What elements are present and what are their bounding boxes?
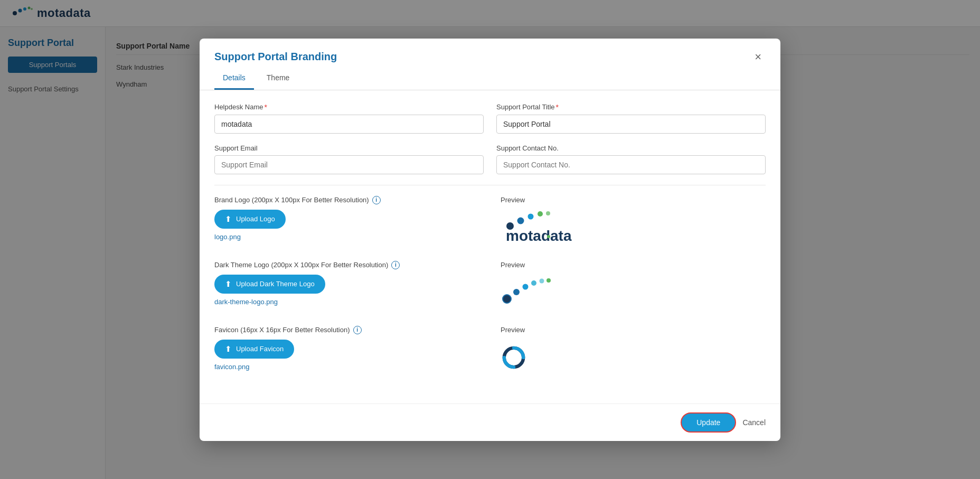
svg-point-13 bbox=[513, 289, 520, 295]
svg-point-8 bbox=[538, 211, 543, 217]
modal-tabs: Details Theme bbox=[200, 67, 780, 90]
form-row-2: Support Email Support Contact No. bbox=[214, 144, 766, 174]
modal-header: Support Portal Branding × bbox=[200, 39, 780, 65]
support-email-label: Support Email bbox=[214, 144, 484, 152]
dark-logo-info-icon: i bbox=[391, 261, 400, 269]
brand-logo-info-icon: i bbox=[372, 196, 381, 204]
modal-body: Helpdesk Name * Support Portal Title * S… bbox=[200, 103, 780, 403]
modal-footer: Update Cancel bbox=[200, 403, 780, 441]
favicon-left: Favicon (16px X 16px For Better Resoluti… bbox=[214, 326, 479, 376]
dark-logo-filename[interactable]: dark-theme-logo.png bbox=[214, 298, 479, 306]
favicon-filename[interactable]: favicon.png bbox=[214, 363, 479, 371]
form-row-1: Helpdesk Name * Support Portal Title * bbox=[214, 103, 766, 134]
support-contact-label: Support Contact No. bbox=[496, 144, 766, 152]
svg-point-11 bbox=[547, 235, 550, 238]
cancel-button[interactable]: Cancel bbox=[742, 418, 766, 427]
portal-title-label: Support Portal Title * bbox=[496, 103, 766, 111]
svg-point-15 bbox=[531, 280, 536, 286]
modal-close-button[interactable]: × bbox=[750, 49, 766, 65]
dark-logo-preview bbox=[501, 275, 553, 309]
modal-title: Support Portal Branding bbox=[214, 51, 337, 63]
favicon-preview bbox=[501, 344, 527, 371]
helpdesk-name-input[interactable] bbox=[214, 115, 484, 134]
helpdesk-name-group: Helpdesk Name * bbox=[214, 103, 484, 134]
svg-point-9 bbox=[546, 211, 550, 215]
tab-details[interactable]: Details bbox=[214, 67, 254, 90]
brand-logo-filename[interactable]: logo.png bbox=[214, 233, 479, 241]
dark-logo-label: Dark Theme Logo (200px X 100px For Bette… bbox=[214, 261, 479, 269]
svg-point-17 bbox=[546, 278, 551, 283]
portal-title-input[interactable] bbox=[496, 115, 766, 134]
favicon-section: Favicon (16px X 16px For Better Resoluti… bbox=[214, 326, 766, 376]
svg-point-14 bbox=[523, 284, 529, 290]
support-contact-input[interactable] bbox=[496, 155, 766, 174]
favicon-label: Favicon (16px X 16px For Better Resoluti… bbox=[214, 326, 479, 334]
svg-point-6 bbox=[517, 217, 524, 224]
dark-logo-left: Dark Theme Logo (200px X 100px For Bette… bbox=[214, 261, 479, 311]
tab-theme[interactable]: Theme bbox=[258, 67, 298, 90]
brand-logo-left: Brand Logo (200px X 100px For Better Res… bbox=[214, 196, 479, 246]
helpdesk-label: Helpdesk Name * bbox=[214, 103, 484, 111]
upload-logo-button[interactable]: ⬆ Upload Logo bbox=[214, 210, 286, 229]
favicon-right: Preview bbox=[501, 326, 766, 376]
dark-theme-logo-section: Dark Theme Logo (200px X 100px For Bette… bbox=[214, 261, 766, 311]
svg-point-7 bbox=[528, 213, 534, 219]
favicon-info-icon: i bbox=[353, 326, 362, 334]
upload-icon: ⬆ bbox=[225, 214, 232, 224]
brand-logo-preview-label: Preview bbox=[501, 196, 766, 204]
support-email-group: Support Email bbox=[214, 144, 484, 174]
dark-logo-preview-label: Preview bbox=[501, 261, 766, 269]
brand-logo-right: Preview motadata bbox=[501, 196, 766, 246]
support-email-input[interactable] bbox=[214, 155, 484, 174]
support-contact-group: Support Contact No. bbox=[496, 144, 766, 174]
brand-logo-label: Brand Logo (200px X 100px For Better Res… bbox=[214, 196, 479, 204]
brand-logo-section: Brand Logo (200px X 100px For Better Res… bbox=[214, 196, 766, 246]
dark-logo-right: Preview bbox=[501, 261, 766, 311]
svg-text:motadata: motadata bbox=[506, 228, 572, 244]
modal-overlay: Support Portal Branding × Details Theme … bbox=[0, 0, 980, 479]
motadata-logo-preview: motadata bbox=[501, 209, 596, 246]
upload-favicon-icon: ⬆ bbox=[225, 344, 232, 354]
support-portal-branding-modal: Support Portal Branding × Details Theme … bbox=[200, 39, 780, 441]
favicon-preview-label: Preview bbox=[501, 326, 766, 334]
favicon-preview-area bbox=[501, 339, 766, 376]
svg-point-12 bbox=[503, 295, 511, 303]
section-divider bbox=[214, 185, 766, 185]
svg-point-16 bbox=[540, 279, 544, 284]
dark-logo-preview-area bbox=[501, 274, 766, 311]
update-button[interactable]: Update bbox=[681, 412, 736, 433]
upload-dark-theme-logo-button[interactable]: ⬆ Upload Dark Theme Logo bbox=[214, 275, 325, 294]
upload-favicon-button[interactable]: ⬆ Upload Favicon bbox=[214, 340, 294, 359]
brand-logo-preview-area: motadata bbox=[501, 209, 766, 246]
upload-dark-icon: ⬆ bbox=[225, 279, 232, 289]
required-star: * bbox=[265, 103, 267, 111]
portal-title-group: Support Portal Title * bbox=[496, 103, 766, 134]
required-star-2: * bbox=[556, 103, 559, 111]
